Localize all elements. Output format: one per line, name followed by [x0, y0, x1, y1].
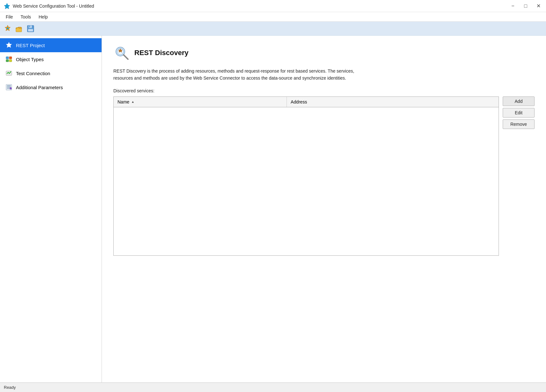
svg-rect-18 [10, 88, 11, 89]
add-button[interactable]: Add [503, 96, 535, 106]
sidebar-item-object-types[interactable]: Object Types [0, 52, 102, 66]
table-body [114, 107, 499, 254]
svg-rect-10 [9, 57, 12, 59]
svg-rect-12 [9, 60, 12, 62]
svg-rect-6 [29, 25, 30, 27]
sidebar-item-rest-project[interactable]: REST Project [0, 38, 102, 52]
col-address-label: Address [291, 99, 307, 104]
col-name-label: Name [117, 99, 129, 104]
sidebar-item-rest-project-label: REST Project [16, 43, 45, 48]
table-header: Name ▲ Address [114, 97, 499, 107]
save-icon [26, 25, 35, 33]
sidebar-item-additional-parameters[interactable]: Additional Parameters [0, 80, 102, 94]
sort-arrow-icon: ▲ [131, 100, 134, 103]
window-controls: − □ ✕ [509, 2, 542, 10]
content-description: REST Discovery is the process of adding … [113, 68, 374, 82]
sidebar-item-object-types-label: Object Types [16, 57, 44, 62]
menu-file[interactable]: File [3, 13, 16, 20]
open-icon [15, 25, 23, 33]
sidebar-item-test-connection-label: Test Connection [16, 71, 50, 76]
menu-tools[interactable]: Tools [18, 13, 34, 20]
additional-parameters-icon [5, 83, 13, 91]
minimize-button[interactable]: − [509, 2, 517, 10]
content-title: REST Discovery [134, 49, 188, 57]
services-area: Name ▲ Address Add Edit Remove [113, 96, 535, 256]
svg-line-21 [124, 55, 128, 59]
app-icon [4, 3, 10, 9]
content-header: REST Discovery [113, 45, 535, 61]
services-table: Name ▲ Address [113, 96, 499, 256]
main-area: REST Project Object Types Te [0, 36, 546, 382]
maximize-button[interactable]: □ [522, 2, 529, 10]
close-button[interactable]: ✕ [535, 2, 542, 10]
svg-marker-0 [4, 3, 10, 9]
object-types-icon [5, 55, 13, 63]
menu-bar: File Tools Help [0, 12, 546, 22]
title-bar-left: Web Service Configuration Tool - Untitle… [4, 3, 94, 9]
title-bar: Web Service Configuration Tool - Untitle… [0, 0, 546, 12]
new-button[interactable] [3, 24, 13, 34]
svg-rect-9 [6, 57, 9, 59]
test-connection-icon [5, 69, 13, 77]
svg-point-2 [7, 27, 9, 29]
sidebar: REST Project Object Types Te [0, 36, 102, 382]
col-name-header[interactable]: Name ▲ [114, 97, 287, 107]
new-icon [4, 25, 12, 33]
status-text: Ready [4, 385, 16, 390]
window-title: Web Service Configuration Tool - Untitle… [13, 4, 94, 9]
content-header-icon [113, 45, 130, 61]
discovered-services-label: Discovered services: [113, 88, 535, 93]
sidebar-item-additional-parameters-label: Additional Parameters [16, 85, 63, 90]
svg-rect-11 [6, 60, 9, 62]
status-bar: Ready [0, 382, 546, 392]
edit-button[interactable]: Edit [503, 108, 535, 118]
sidebar-item-test-connection[interactable]: Test Connection [0, 66, 102, 80]
svg-rect-7 [28, 29, 33, 32]
save-button[interactable] [25, 24, 36, 34]
remove-button[interactable]: Remove [503, 119, 535, 129]
action-buttons: Add Edit Remove [503, 96, 535, 129]
content-panel: REST Discovery REST Discovery is the pro… [102, 36, 546, 382]
col-address-header[interactable]: Address [287, 97, 499, 107]
svg-marker-8 [6, 42, 12, 48]
open-button[interactable] [14, 24, 24, 34]
rest-project-icon [5, 41, 13, 49]
toolbar [0, 22, 546, 36]
menu-help[interactable]: Help [35, 13, 51, 20]
